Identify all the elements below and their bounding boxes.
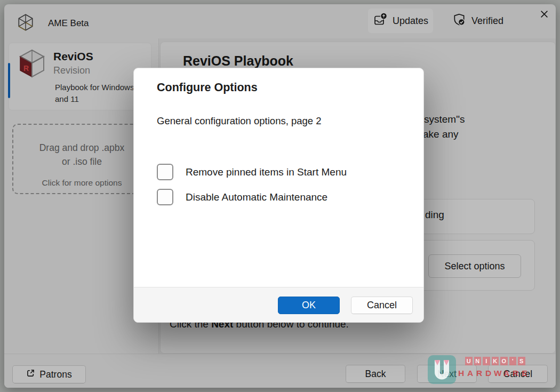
- checkbox-disable-maintenance[interactable]: [157, 189, 173, 205]
- configure-options-dialog: Configure Options General configuration …: [133, 68, 424, 323]
- checkbox-row-disable-maintenance[interactable]: Disable Automatic Maintenance: [157, 189, 327, 205]
- checkbox-label: Remove pinned items in Start Menu: [186, 166, 347, 178]
- checkbox-remove-pinned[interactable]: [157, 164, 173, 180]
- checkbox-row-remove-pinned[interactable]: Remove pinned items in Start Menu: [157, 164, 347, 180]
- dialog-ok-button[interactable]: OK: [278, 297, 340, 314]
- dialog-subtitle: General configuration options, page 2: [157, 115, 322, 127]
- screenshot-stage: AME Beta Updates Ve: [0, 0, 560, 392]
- dialog-cancel-label: Cancel: [367, 300, 397, 311]
- dialog-title: Configure Options: [157, 81, 258, 94]
- ok-label: OK: [302, 300, 316, 311]
- dialog-cancel-button[interactable]: Cancel: [351, 297, 413, 314]
- checkbox-label: Disable Automatic Maintenance: [186, 191, 327, 203]
